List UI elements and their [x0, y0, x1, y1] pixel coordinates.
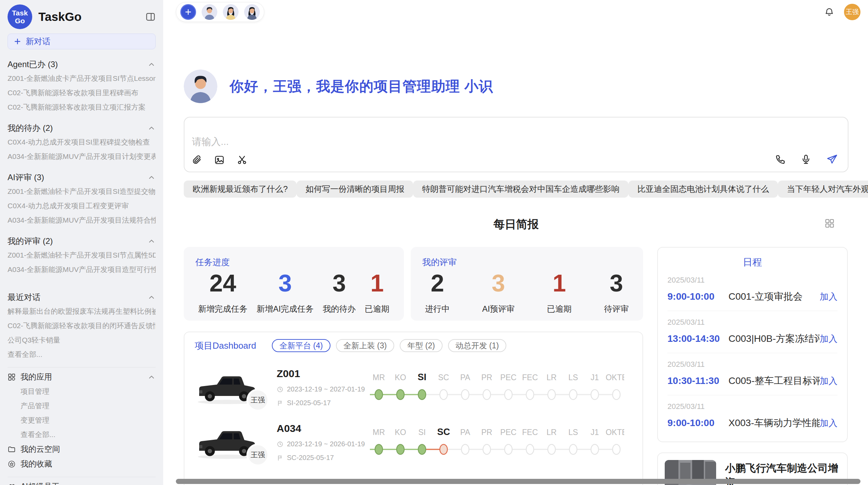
dashboard-tab[interactable]: 年型 (2) — [400, 339, 443, 352]
dashboard-tab[interactable]: 全新上装 (3) — [336, 339, 395, 352]
suggestion-chips: 欧洲新规最近颁布了什么?如何写一份清晰的项目周报特朗普可能对进口汽车增税会对中国… — [184, 181, 848, 198]
star-icon — [8, 460, 16, 468]
sidebar-section-title: AI评审 (3) — [8, 172, 44, 183]
join-event-link[interactable]: 加入 — [820, 291, 837, 303]
stat-item: 2进行中 — [425, 269, 450, 314]
svg-text:J1: J1 — [591, 373, 599, 382]
stat-value: 3 — [482, 269, 515, 299]
sidebar-app-item[interactable]: 项目管理 — [8, 384, 156, 399]
stat-label: 进行中 — [425, 303, 450, 314]
event-time: 9:00-10:00 — [667, 418, 728, 428]
sidebar-item[interactable]: A034-全新新能源MUV产品开发项目造型可行性评审 — [8, 262, 156, 277]
stat-item: 24新增完成任务 — [198, 269, 248, 314]
sidebar-item[interactable]: A034-全新新能源MUV产品开发项目法规符合性评审 — [8, 213, 156, 227]
team-icon — [8, 483, 16, 485]
project-row[interactable]: 王强A0342023-12-19 ~ 2026-01-19SC-2025-05-… — [195, 416, 632, 468]
join-event-link[interactable]: 加入 — [820, 417, 837, 429]
join-event-link[interactable]: 加入 — [820, 375, 837, 387]
sidebar-section-header[interactable]: 最近对话 — [8, 290, 156, 304]
sidebar-header: Task Go TaskGo — [8, 3, 156, 30]
suggestion-chip[interactable]: 欧洲新规最近颁布了什么? — [184, 181, 297, 198]
dashboard-tab[interactable]: 全新平台 (4) — [272, 339, 330, 352]
scissors-icon[interactable] — [237, 154, 248, 165]
avatar[interactable] — [244, 4, 260, 20]
sidebar-item-label: AI超级员工 — [21, 481, 60, 485]
chat-input-placeholder: 请输入... — [192, 135, 229, 148]
image-icon[interactable] — [214, 154, 225, 165]
event-time: 10:30-11:30 — [667, 375, 728, 386]
dashboard-tab[interactable]: 动总开发 (1) — [448, 339, 507, 352]
sidebar-section-header[interactable]: Agent已办 (3) — [8, 58, 156, 71]
svg-text:PR: PR — [481, 428, 492, 437]
sidebar-item[interactable]: Z001-全新燃油皮卡产品开发项目SI节点Lesson Learn报告 — [8, 71, 156, 86]
suggestion-chip[interactable]: 特朗普可能对进口汽车增税会对中国车企造成哪些影响 — [413, 181, 628, 198]
add-workspace-button[interactable] — [180, 4, 196, 20]
event-date: 2025/03/11 — [667, 402, 837, 411]
sidebar-item-ai-super-staff[interactable]: AI超级员工 — [8, 479, 156, 485]
main-area: 王强 你好，王强，我是你的项目管理助理 小识 请输入... — [163, 0, 868, 485]
briefing-header: 每日简报 — [184, 217, 848, 231]
project-dashboard-card: 项目Dashboard 全新平台 (4)全新上装 (3)年型 (2)动总开发 (… — [184, 332, 643, 485]
stat-value: 3 — [323, 269, 356, 299]
stat-label: AI预评审 — [482, 303, 515, 314]
milestone-timeline: MRKOSISCPAPRPECFECLRLSJ1OKTB — [368, 368, 624, 407]
sidebar-item[interactable]: C0X4-动力总成开发项目工程变更评审 — [8, 199, 156, 213]
collapse-sidebar-icon[interactable] — [145, 12, 156, 22]
sidebar-item[interactable]: C0X4-动力总成开发项目SI里程碑提交物检查 — [8, 135, 156, 149]
new-chat-button[interactable]: 新对话 — [8, 34, 156, 49]
avatar[interactable] — [202, 4, 217, 20]
svg-text:KO: KO — [395, 373, 406, 382]
topbar-right: 王强 — [824, 4, 860, 20]
sidebar-divider — [8, 477, 156, 477]
avatar[interactable] — [223, 4, 239, 20]
attachment-icon[interactable] — [191, 154, 202, 165]
sidebar-app-item[interactable]: 产品管理 — [8, 399, 156, 413]
sidebar-item[interactable]: 解释最新出台的欧盟报废车法规再生塑料比例被调至15%... — [8, 304, 156, 319]
sidebar-item[interactable]: A034-全新新能源MUV产品开发项目计划变更表编写 — [8, 149, 156, 164]
sidebar-view-all-link[interactable]: 查看全部... — [8, 347, 156, 362]
sidebar-item[interactable]: 公司Q3轻卡销量 — [8, 333, 156, 347]
sidebar-item-favorites[interactable]: 我的收藏 — [8, 457, 156, 471]
stat-item: 3新增AI完成任务 — [256, 269, 314, 314]
chat-input[interactable]: 请输入... — [184, 117, 848, 172]
join-event-link[interactable]: 加入 — [820, 333, 837, 345]
stat-label: 我的待办 — [323, 303, 356, 314]
event-time: 9:00-10:00 — [667, 291, 728, 302]
svg-text:KO: KO — [395, 428, 406, 437]
phone-icon[interactable] — [775, 154, 786, 165]
microphone-icon[interactable] — [800, 154, 811, 165]
send-icon[interactable] — [826, 153, 838, 165]
event-name: C003|H0B-方案冻结评审 — [728, 332, 820, 345]
sidebar-item[interactable]: C02-飞腾新能源轻客改款项目里程碑画布 — [8, 86, 156, 100]
my-review-card: 我的评审 2进行中3AI预评审1已逾期3待评审 — [411, 247, 643, 321]
suggestion-chip[interactable]: 如何写一份清晰的项目周报 — [297, 181, 413, 198]
sidebar-view-all-link[interactable]: 查看全部... — [8, 427, 156, 442]
project-row[interactable]: 王强Z0012023-12-19 ~ 2027-01-19SI-2025-05-… — [195, 362, 632, 413]
bell-icon[interactable] — [824, 7, 834, 17]
sidebar-section-title: 我的待办 (2) — [8, 123, 53, 134]
sidebar-section-header[interactable]: 我的待办 (2) — [8, 121, 156, 135]
grid-layout-icon[interactable] — [824, 218, 835, 228]
sidebar-item[interactable]: Z001-全新燃油轻卡产品开发项目SI节点属性5D文件评审 — [8, 248, 156, 262]
horizontal-scrollbar[interactable] — [176, 479, 860, 484]
plus-icon — [184, 8, 192, 16]
svg-text:LR: LR — [546, 373, 556, 382]
stat-label: 已逾期 — [365, 303, 389, 314]
sidebar-app-item[interactable]: 变更管理 — [8, 413, 156, 427]
task-progress-card: 任务进度 24新增完成任务3新增AI完成任务3我的待办1已逾期 — [184, 247, 404, 321]
user-avatar[interactable]: 王强 — [844, 4, 860, 20]
event-name: C005-整车工程目标评审 — [728, 374, 820, 387]
sidebar-item-cloud-space[interactable]: 我的云空间 — [8, 442, 156, 457]
sidebar-section-header[interactable]: 我的评审 (2) — [8, 234, 156, 248]
clock-icon — [277, 386, 284, 393]
event-name: C001-立项审批会 — [728, 290, 820, 303]
sidebar-section-header[interactable]: AI评审 (3) — [8, 171, 156, 184]
sidebar-item-my-apps[interactable]: 我的应用 — [8, 370, 156, 384]
sidebar-item[interactable]: C02-飞腾新能源轻客改款项目立项汇报方案 — [8, 100, 156, 114]
sidebar-item[interactable]: Z001-全新燃油轻卡产品开发项目SI造型提交物评审 — [8, 184, 156, 199]
sidebar-item[interactable]: C02-飞腾新能源轻客改款项目的闭环通告反馈情况 — [8, 319, 156, 333]
stat-value: 3 — [604, 269, 629, 299]
suggestion-chip[interactable]: 比亚迪全固态电池计划具体说了什么 — [628, 181, 778, 198]
project-code: A034 — [277, 423, 368, 434]
suggestion-chip[interactable]: 当下年轻人对汽车外观有怎样的喜好趋势 — [778, 181, 868, 198]
